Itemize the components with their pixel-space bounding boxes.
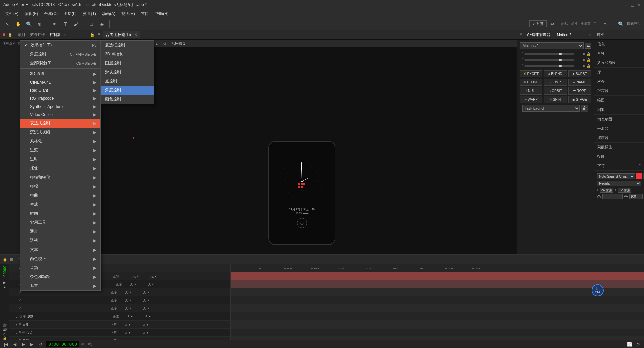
task-delete-btn[interactable]: 🗑 xyxy=(581,105,588,112)
menu-layer[interactable]: 图层(L) xyxy=(61,10,79,17)
time-indicator[interactable] xyxy=(231,264,231,272)
btn-rope[interactable]: 〜ROPE xyxy=(568,87,591,95)
prop-info[interactable]: 信息 xyxy=(594,40,644,49)
ctx-3d-channel[interactable]: 3D 通道 ▶ xyxy=(20,69,100,78)
menu-animation[interactable]: 动画(A) xyxy=(99,10,118,17)
maximize-button[interactable]: □ xyxy=(631,2,634,8)
close-dot[interactable] xyxy=(3,33,5,36)
close-button[interactable]: ✕ xyxy=(637,2,641,8)
btn-orbit[interactable]: ⊙ORBIT xyxy=(544,87,567,95)
char-opacity-input[interactable] xyxy=(629,194,643,199)
menu-help[interactable]: 帮助(H) xyxy=(152,10,171,17)
menu-composition[interactable]: 合成(C) xyxy=(41,10,60,17)
btn-null[interactable]: ○NULL xyxy=(520,87,542,95)
ctx-video-copilot[interactable]: Video Copilot ▶ xyxy=(20,111,100,119)
prop-effects[interactable]: 效果和预设 xyxy=(594,58,644,68)
slider-1-thumb[interactable] xyxy=(559,53,562,55)
prop-smoother[interactable]: 平滑器 xyxy=(594,124,644,133)
ctx-time[interactable]: 时间 ▶ xyxy=(20,209,100,218)
tool-select[interactable]: ↖ xyxy=(3,19,12,29)
tab-motion2[interactable]: Motion 2 xyxy=(555,32,573,38)
ctx-text[interactable]: 文本 ▶ xyxy=(20,245,100,254)
ctx-stylize[interactable]: 风格化 ▶ xyxy=(20,137,100,146)
menu-view[interactable]: 视图(V) xyxy=(119,10,138,17)
prop-library[interactable]: 库 xyxy=(594,68,644,77)
prop-align[interactable]: 对齐 xyxy=(594,77,644,86)
timeline-options-btn[interactable]: ⚙ xyxy=(635,341,641,348)
ctx-perspective[interactable]: 透视 ▶ xyxy=(20,236,100,245)
prop-scatter[interactable]: 聚散插值 xyxy=(594,143,644,152)
tool-brush[interactable]: 🖌 xyxy=(71,19,81,29)
prop-tracker[interactable]: 跟踪器 xyxy=(594,86,644,96)
menu-effects[interactable]: 效果(T) xyxy=(80,10,99,17)
ctx-utility[interactable]: 实用工具 ▶ xyxy=(20,218,100,227)
tool-text[interactable]: T xyxy=(61,19,70,29)
menu-edit[interactable]: 编辑(E) xyxy=(22,10,41,17)
prop-diagram[interactable]: 图案 xyxy=(594,105,644,115)
tab-ae-script[interactable]: AE脚本管理器 xyxy=(525,31,552,38)
next-frame-btn[interactable]: ▶| xyxy=(29,341,36,348)
tool-puppet[interactable]: ◈ xyxy=(97,19,107,29)
tool-zoom[interactable]: 🔍 xyxy=(24,19,34,29)
slider-2-decrease[interactable]: 〈 xyxy=(520,58,523,62)
sub-slider-control[interactable]: 滑块控制 xyxy=(101,68,154,77)
stop-btn[interactable]: ■ xyxy=(3,285,5,289)
menu-window[interactable]: 窗口 xyxy=(138,10,152,17)
minimize-button[interactable]: ─ xyxy=(625,2,629,8)
prop-drawing[interactable]: 绘图 xyxy=(594,96,644,105)
tool-shape[interactable]: □ xyxy=(87,19,96,29)
ctx-channel[interactable]: 通道 ▶ xyxy=(20,227,100,236)
tab-controller[interactable]: 控制器 xyxy=(48,31,63,38)
toolbar-snap[interactable]: ⇔ xyxy=(548,19,557,29)
slider-3-decrease[interactable]: 〈 xyxy=(520,64,523,68)
motion-icon-btn[interactable]: ⛰ xyxy=(585,43,591,49)
panel-menu-icon[interactable]: ≡ xyxy=(63,32,66,37)
tool-rotate[interactable]: ⊕ xyxy=(35,19,44,29)
ctx-transition[interactable]: 过渡 ▶ xyxy=(20,146,100,155)
char-style-select[interactable]: Regular xyxy=(597,181,641,186)
prop-char[interactable]: 字符 ≡ xyxy=(594,161,644,171)
motion-version-select[interactable]: Motion v2 xyxy=(520,42,584,49)
btn-blend[interactable]: ◈BLEND xyxy=(544,70,567,77)
ctx-remove-all[interactable]: 全部移除(R) Ctrl+Shift+E xyxy=(20,59,100,68)
play-btn[interactable]: ▶ xyxy=(3,281,6,284)
slider-1-lock[interactable]: 🔒 xyxy=(586,52,591,56)
ctx-generate[interactable]: 生成 ▶ xyxy=(20,200,100,209)
slider-2-lock[interactable]: 🔒 xyxy=(586,58,591,62)
char-leading-input[interactable] xyxy=(618,188,631,193)
ctx-matte[interactable]: 遮罩 ▶ xyxy=(20,281,100,290)
toolbar-more[interactable]: » xyxy=(601,19,610,29)
ctx-effects-controls[interactable]: ✓ 效果控件(E) F3 xyxy=(20,41,100,50)
toolbar-search[interactable]: 🔍 xyxy=(616,19,625,29)
ctx-red-giant[interactable]: Red Giant ▶ xyxy=(20,86,100,94)
slider-1-decrease[interactable]: 〈 xyxy=(520,52,523,56)
sub-color-control[interactable]: 颜色控制 xyxy=(101,95,154,104)
prop-wiggler[interactable]: 摆渡器 xyxy=(594,133,644,143)
char-font-select[interactable]: Noto Sans S Chin... xyxy=(597,173,635,179)
btn-burst[interactable]: ✸BURST xyxy=(568,70,591,77)
prev-frame-btn[interactable]: ◀ xyxy=(11,341,18,348)
btn-stage[interactable]: ▣STAGE xyxy=(568,96,591,103)
preview-tab-composition[interactable]: 合成 无标题-1 ≡ ✕ xyxy=(103,31,140,38)
slider-3-lock[interactable]: 🔒 xyxy=(586,64,591,68)
toolbar-align[interactable]: ✔ 对齐 xyxy=(529,20,547,27)
sub-3d-point-control[interactable]: 3D 点控制 xyxy=(101,50,154,59)
prop-motion-sketch[interactable]: 动态草图 xyxy=(594,115,644,124)
ctx-simulate[interactable]: 模拟 ▶ xyxy=(20,182,100,191)
ctx-expression-control[interactable]: 表达式控制 ▶ xyxy=(20,119,100,128)
btn-jump[interactable]: ↑JUMP xyxy=(544,79,567,86)
ctx-immersive-video[interactable]: 沉浸式视频 ▶ xyxy=(20,128,100,137)
menu-file[interactable]: 文件(F) xyxy=(3,10,21,17)
btn-clone[interactable]: ⊕CLONE xyxy=(520,79,542,86)
loop-btn[interactable]: ⟳ xyxy=(38,341,44,348)
ctx-distort[interactable]: 扭曲 ▶ xyxy=(20,191,100,200)
sub-angle-control[interactable]: 角度控制 xyxy=(101,86,154,95)
tool-hand[interactable]: ✋ xyxy=(13,19,23,29)
sub-checkbox-control[interactable]: 复选框控制 xyxy=(101,41,154,50)
slider-3-track[interactable] xyxy=(524,65,574,67)
char-tracking-input[interactable] xyxy=(602,194,623,199)
slider-2-thumb[interactable] xyxy=(559,59,562,61)
tool-pen[interactable]: ✒ xyxy=(50,19,59,29)
go-start-btn[interactable]: |◀ xyxy=(3,341,9,348)
graph-editor-btn[interactable]: 📈 xyxy=(626,341,633,348)
